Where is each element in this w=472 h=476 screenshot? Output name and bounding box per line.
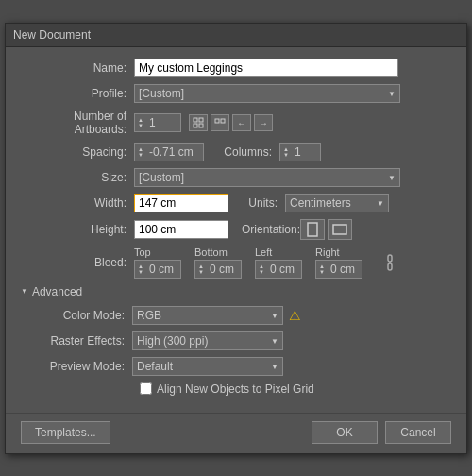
spacing-label: Spacing: (21, 145, 134, 159)
preview-mode-label: Preview Mode: (28, 360, 132, 373)
artboards-input[interactable] (146, 114, 180, 131)
color-mode-select-wrapper[interactable]: RGB CMYK (132, 306, 283, 325)
bleed-top-input[interactable] (146, 261, 180, 278)
preview-mode-select-wrapper[interactable]: Default Pixel Overprint (132, 357, 283, 376)
bleed-left-spin[interactable]: ▲ ▼ (256, 260, 267, 279)
bleed-top-spinner[interactable]: ▲ ▼ (134, 260, 181, 279)
spacing-down-icon[interactable]: ▼ (138, 152, 143, 158)
artboard-left-icon[interactable]: ← (232, 114, 251, 131)
size-select-wrapper[interactable]: [Custom] (134, 168, 400, 187)
spacing-input[interactable] (146, 144, 203, 161)
columns-spin-btn[interactable]: ▲ ▼ (280, 143, 292, 162)
profile-select[interactable]: [Custom] (134, 84, 400, 103)
artboards-spinner[interactable]: ▲ ▼ (134, 113, 181, 132)
size-row: Size: [Custom] (21, 168, 451, 187)
units-select-wrapper[interactable]: Centimeters (285, 194, 389, 212)
bleed-label: Bleed: (21, 256, 134, 269)
advanced-label: Advanced (32, 285, 82, 298)
cancel-button[interactable]: Cancel (385, 421, 451, 444)
size-label: Size: (21, 171, 134, 184)
svg-text:←: ← (237, 118, 246, 128)
spacing-row: Spacing: ▲ ▼ Columns: ▲ ▼ (21, 143, 451, 162)
bleed-left-input[interactable] (267, 261, 301, 278)
bleed-fields: Top ▲ ▼ Bottom ▲ ▼ (134, 246, 398, 279)
width-input[interactable] (134, 194, 228, 212)
svg-text:→: → (259, 118, 268, 128)
templates-button[interactable]: Templates... (21, 421, 110, 444)
svg-rect-8 (308, 223, 317, 236)
columns-spinner[interactable]: ▲ ▼ (279, 143, 321, 162)
bleed-bottom-label: Bottom (194, 246, 242, 258)
svg-rect-1 (199, 118, 203, 122)
bleed-left-label: Left (255, 246, 302, 258)
preview-mode-select[interactable]: Default Pixel Overprint (132, 357, 283, 376)
spacing-spinner[interactable]: ▲ ▼ (134, 143, 204, 162)
bleed-bottom-field: Bottom ▲ ▼ (194, 246, 242, 279)
bleed-top-spin[interactable]: ▲ ▼ (135, 260, 146, 279)
profile-row: Profile: [Custom] (21, 84, 451, 103)
units-label: Units: (228, 196, 285, 210)
svg-rect-11 (388, 264, 392, 270)
color-mode-select[interactable]: RGB CMYK (132, 306, 283, 325)
warning-icon: ⚠ (289, 308, 301, 323)
artboard-right-icon[interactable]: → (254, 114, 273, 131)
height-input[interactable] (134, 220, 228, 239)
window-title: New Document (13, 28, 91, 42)
orientation-buttons (300, 219, 352, 240)
landscape-button[interactable] (328, 219, 352, 240)
bleed-section: Bleed: Top ▲ ▼ Bottom (21, 246, 451, 279)
preview-mode-row: Preview Mode: Default Pixel Overprint (28, 357, 451, 376)
artboards-row: Number of Artboards: ▲ ▼ (21, 110, 451, 136)
portrait-button[interactable] (300, 219, 325, 240)
advanced-content: Color Mode: RGB CMYK ⚠ Raster Effects: H… (21, 306, 451, 396)
profile-select-wrapper[interactable]: [Custom] (134, 84, 400, 103)
width-row: Width: Units: Centimeters (21, 194, 451, 212)
color-mode-label: Color Mode: (28, 309, 132, 322)
bleed-left-field: Left ▲ ▼ (255, 246, 302, 279)
artboards-down-icon[interactable]: ▼ (138, 123, 143, 128)
name-label: Name: (21, 61, 134, 75)
artboards-spin-btn[interactable]: ▲ ▼ (135, 113, 146, 132)
new-document-dialog: New Document Name: Profile: [Custom] Num… (5, 23, 467, 454)
raster-effects-select[interactable]: High (300 ppi) Medium (150 ppi) Low (72 … (132, 332, 283, 350)
bleed-right-input[interactable] (328, 261, 362, 278)
advanced-triangle-icon: ▼ (21, 287, 28, 296)
bleed-top-field: Top ▲ ▼ (134, 246, 181, 279)
bleed-right-field: Right ▲ ▼ (315, 246, 362, 279)
artboard-grid-icon[interactable] (189, 114, 208, 131)
advanced-toggle[interactable]: ▼ Advanced (21, 285, 451, 298)
height-label: Height: (21, 223, 134, 236)
pixel-grid-checkbox[interactable] (140, 382, 152, 395)
name-input[interactable] (134, 59, 398, 77)
svg-rect-3 (199, 124, 203, 128)
units-select[interactable]: Centimeters (285, 194, 389, 212)
bleed-right-spin[interactable]: ▲ ▼ (316, 260, 328, 279)
columns-down-icon[interactable]: ▼ (283, 152, 289, 158)
artboard-arrange-icon[interactable] (211, 114, 229, 131)
svg-rect-5 (221, 119, 225, 123)
raster-effects-select-wrapper[interactable]: High (300 ppi) Medium (150 ppi) Low (72 … (132, 332, 283, 350)
bleed-bottom-spinner[interactable]: ▲ ▼ (194, 260, 242, 279)
svg-rect-2 (194, 124, 197, 128)
svg-rect-10 (388, 255, 392, 262)
pixel-grid-label: Align New Objects to Pixel Grid (157, 382, 314, 396)
size-select[interactable]: [Custom] (134, 168, 400, 187)
bleed-left-spinner[interactable]: ▲ ▼ (255, 260, 302, 279)
height-row: Height: Orientation: (21, 219, 451, 240)
title-bar: New Document (6, 24, 466, 47)
raster-effects-label: Raster Effects: (28, 334, 132, 348)
bleed-right-spinner[interactable]: ▲ ▼ (315, 260, 362, 279)
bleed-link-icon[interactable] (381, 254, 398, 271)
bleed-bottom-input[interactable] (207, 261, 241, 278)
columns-input[interactable] (292, 144, 320, 161)
raster-effects-row: Raster Effects: High (300 ppi) Medium (1… (28, 332, 451, 350)
name-row: Name: (21, 59, 451, 77)
bleed-bottom-spin[interactable]: ▲ ▼ (195, 260, 207, 279)
svg-rect-0 (194, 118, 197, 122)
ok-button[interactable]: OK (312, 421, 378, 444)
svg-rect-4 (215, 119, 219, 123)
footer-buttons: Templates... OK Cancel (6, 413, 466, 453)
profile-label: Profile: (21, 87, 134, 100)
artboard-icon-group: ← → (189, 114, 273, 131)
spacing-spin-btn[interactable]: ▲ ▼ (135, 143, 146, 162)
